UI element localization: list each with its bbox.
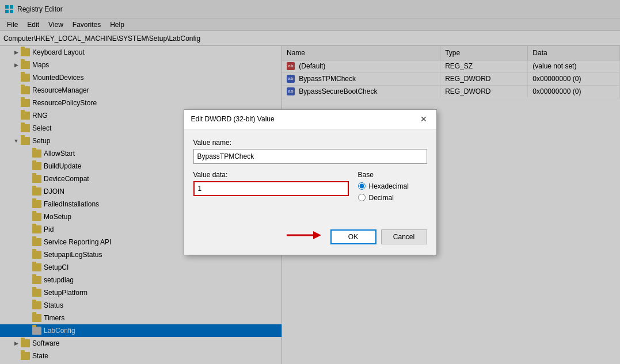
edit-dword-dialog: Edit DWORD (32-bit) Value ✕ Value name: …: [184, 109, 437, 255]
radio-dec-input[interactable]: [358, 194, 366, 201]
svg-marker-5: [313, 231, 321, 239]
modal-overlay: Edit DWORD (32-bit) Value ✕ Value name: …: [0, 0, 620, 364]
value-name-label: Value name:: [193, 139, 427, 147]
base-label: Base: [358, 171, 427, 179]
ok-button[interactable]: OK: [330, 229, 376, 244]
radio-decimal[interactable]: Decimal: [358, 194, 427, 202]
dialog-title: Edit DWORD (32-bit) Value: [191, 115, 275, 123]
value-name-input[interactable]: [193, 149, 427, 164]
dialog-footer: OK Cancel: [184, 224, 436, 255]
value-data-row: Value data: Base Hexadecimal Decimal: [193, 171, 427, 205]
value-data-label: Value data:: [193, 171, 349, 179]
cancel-button[interactable]: Cancel: [381, 229, 427, 244]
radio-dec-label: Decimal: [369, 194, 394, 202]
radio-hex-label: Hexadecimal: [369, 182, 409, 190]
radio-hexadecimal[interactable]: Hexadecimal: [358, 182, 427, 190]
value-name-field: Value name:: [193, 139, 427, 164]
arrow-indicator: [287, 228, 321, 246]
radio-hex-input[interactable]: [358, 182, 366, 190]
dialog-titlebar: Edit DWORD (32-bit) Value ✕: [184, 110, 436, 129]
base-group: Base Hexadecimal Decimal: [358, 171, 427, 205]
value-data-wrap: Value data:: [193, 171, 349, 196]
dialog-close-button[interactable]: ✕: [418, 113, 429, 125]
dialog-body: Value name: Value data: Base Hexadecimal: [184, 129, 436, 224]
value-data-input[interactable]: [193, 181, 349, 196]
